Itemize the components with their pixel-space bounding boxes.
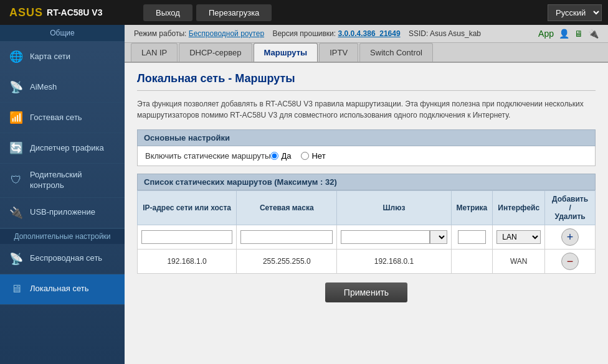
tab-lan-ip[interactable]: LAN IP — [131, 43, 178, 62]
firmware-label: Версия прошивки: — [272, 29, 336, 38]
add-route-button[interactable]: + — [561, 228, 579, 246]
radio-yes[interactable] — [270, 152, 278, 160]
sidebar-item-lan[interactable]: 🖥 Локальная сеть — [0, 274, 125, 305]
ssid-label: SSID: — [409, 29, 428, 38]
col-ip-header: IP-адрес сети или хоста — [138, 191, 237, 225]
input-ip-cell — [138, 225, 237, 250]
usb-icon: 🔌 — [7, 204, 25, 222]
language-select[interactable]: Русский English — [548, 4, 602, 21]
sidebar-label-wireless: Беспроводная сеть — [30, 253, 102, 264]
wifi-icon: 📶 — [7, 109, 25, 126]
route-iface: WAN — [493, 250, 545, 274]
mode-link[interactable]: Беспроводной роутер — [189, 29, 264, 38]
gateway-dropdown[interactable]: ▼ — [430, 230, 447, 244]
col-mask-header: Сетевая маска — [237, 191, 337, 225]
radio-no[interactable] — [301, 152, 309, 160]
sidebar-item-parental-control[interactable]: 🛡 Родительский контроль — [0, 164, 125, 198]
usb-topbar-icon[interactable]: 🔌 — [588, 29, 599, 39]
tab-routes[interactable]: Маршруты — [254, 43, 318, 62]
info-bar-left: Режим работы: Беспроводной роутер Версия… — [134, 29, 481, 38]
input-metric[interactable] — [458, 230, 486, 244]
sidebar-item-traffic-manager[interactable]: 🔄 Диспетчер трафика — [0, 133, 125, 164]
input-iface-select[interactable]: LAN WAN VPN — [496, 230, 541, 244]
sidebar-general-header: Общие — [0, 25, 125, 42]
traffic-icon: 🔄 — [7, 139, 25, 157]
logo-area: ASUS RT-AC58U V3 — [0, 0, 137, 25]
input-row: ▼ LAN WAN VPN — [138, 225, 596, 250]
firmware-value[interactable]: 3.0.0.4.386_21649 — [338, 29, 401, 38]
brand-logo: ASUS — [9, 6, 43, 19]
col-actions-header: Добавить /Удалить — [545, 191, 596, 225]
sidebar-label-aimesh: AiMesh — [30, 82, 57, 93]
page-content: Локальная сеть - Маршруты Эта функция по… — [125, 63, 608, 364]
top-bar: ASUS RT-AC58U V3 Выход Перезагрузка Русс… — [0, 0, 608, 25]
table-section-header: Список статических маршрутов (Максимум :… — [137, 174, 596, 190]
route-mask: 255.255.255.0 — [237, 250, 337, 274]
sidebar-item-aimesh[interactable]: 📡 AiMesh — [0, 72, 125, 103]
wireless-icon: 📡 — [7, 250, 25, 268]
sidebar-item-wireless[interactable]: 📡 Беспроводная сеть — [0, 244, 125, 274]
mode-label: Режим работы: — [134, 29, 186, 38]
input-mask-cell — [237, 225, 337, 250]
tabs-bar: LAN IP DHCP-сервер Маршруты IPTV Switch … — [125, 43, 608, 63]
enable-static-routes-row: Включить статические маршруты Да Нет — [137, 146, 596, 166]
shield-icon: 🛡 — [7, 172, 25, 189]
input-add-cell: + — [545, 225, 596, 250]
input-metric-cell — [451, 225, 493, 250]
sidebar-label-network-map: Карта сети — [30, 52, 70, 62]
radio-no-label: Нет — [311, 151, 325, 161]
content-area: Режим работы: Беспроводной роутер Версия… — [125, 25, 608, 364]
enable-routes-radio-group: Да Нет — [270, 151, 325, 161]
sidebar-label-lan: Локальная сеть — [30, 284, 88, 294]
sidebar-item-guest-network[interactable]: 📶 Гостевая сеть — [0, 103, 125, 133]
radio-yes-option[interactable]: Да — [270, 151, 291, 161]
apply-button[interactable]: Применить — [325, 282, 407, 302]
lang-area: Русский English — [541, 0, 608, 25]
col-gateway-header: Шлюз — [337, 191, 451, 225]
enable-routes-label: Включить статические маршруты — [145, 151, 270, 161]
col-metric-header: Метрика — [451, 191, 493, 225]
sidebar-item-usb-app[interactable]: 🔌 USB-приложение — [0, 198, 125, 228]
sidebar-label-traffic-manager: Диспетчер трафика — [30, 143, 104, 154]
sidebar-item-network-map[interactable]: 🌐 Карта сети — [0, 42, 125, 72]
route-remove-cell: − — [545, 250, 596, 274]
info-bar: Режим работы: Беспроводной роутер Версия… — [125, 25, 608, 43]
aimesh-icon: 📡 — [7, 78, 25, 96]
brand-model: RT-AC58U V3 — [47, 7, 102, 17]
monitor-icon[interactable]: 🖥 — [574, 29, 583, 39]
apply-row: Применить — [137, 282, 596, 302]
reboot-button[interactable]: Перезагрузка — [196, 4, 272, 21]
route-metric — [451, 250, 493, 274]
info-bar-icons: App 👤 🖥 🔌 — [538, 29, 599, 39]
logout-button[interactable]: Выход — [143, 4, 192, 21]
globe-icon: 🌐 — [7, 48, 25, 65]
input-iface-cell: LAN WAN VPN — [493, 225, 545, 250]
radio-no-option[interactable]: Нет — [301, 151, 325, 161]
nav-buttons: Выход Перезагрузка — [137, 0, 541, 25]
input-mask[interactable] — [240, 230, 333, 244]
input-gateway-cell: ▼ — [337, 225, 451, 250]
radio-yes-label: Да — [281, 151, 291, 161]
route-ip: 192.168.1.0 — [138, 250, 237, 274]
page-description: Эта функция позволяет добавлять в RT-AC5… — [137, 98, 596, 121]
col-iface-header: Интерфейс — [493, 191, 545, 225]
input-gateway[interactable] — [341, 230, 429, 244]
page-title: Локальная сеть - Маршруты — [137, 72, 596, 91]
tab-switch-control[interactable]: Switch Control — [359, 43, 433, 62]
basic-settings-header: Основные настройки — [137, 129, 596, 146]
sidebar-label-parental-control: Родительский контроль — [30, 170, 117, 191]
lan-icon: 🖥 — [7, 281, 25, 298]
route-gateway: 192.168.0.1 — [337, 250, 451, 274]
app-label: App — [538, 29, 554, 39]
tab-iptv[interactable]: IPTV — [319, 43, 358, 62]
tab-dhcp[interactable]: DHCP-сервер — [179, 43, 252, 62]
sidebar-label-usb-app: USB-приложение — [30, 207, 95, 218]
table-row: 192.168.1.0 255.255.255.0 192.168.0.1 WA… — [138, 250, 596, 274]
sidebar-advanced-header: Дополнительные настройки — [0, 228, 125, 244]
input-ip[interactable] — [141, 230, 232, 244]
remove-route-button[interactable]: − — [561, 253, 579, 270]
main-layout: Общие 🌐 Карта сети 📡 AiMesh 📶 Гостевая с… — [0, 25, 608, 364]
person-icon[interactable]: 👤 — [559, 29, 569, 39]
routes-table: IP-адрес сети или хоста Сетевая маска Шл… — [137, 190, 596, 274]
sidebar-label-guest-network: Гостевая сеть — [30, 113, 82, 123]
